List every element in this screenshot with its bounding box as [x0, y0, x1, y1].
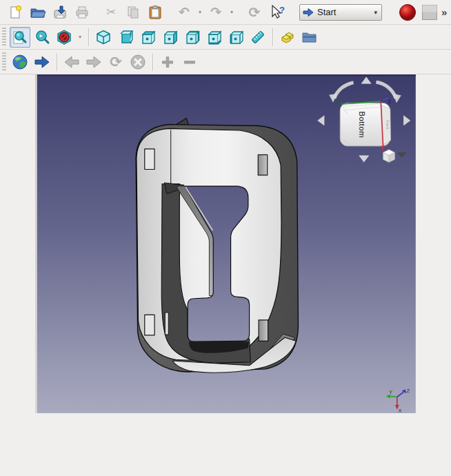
view-left-button[interactable]: [226, 27, 246, 48]
toolbar-grip[interactable]: [2, 28, 6, 47]
top-cube-icon: [139, 29, 156, 46]
scissors-icon: ✂: [106, 6, 116, 18]
view-front-button[interactable]: [115, 27, 136, 48]
stop-icon: [130, 54, 146, 70]
cad-model[interactable]: [136, 118, 298, 373]
back-arrow-icon: [63, 55, 80, 69]
separator: [57, 53, 57, 71]
caret-down-icon: ▾: [230, 9, 233, 15]
reload-button[interactable]: ⟳: [106, 52, 126, 72]
rear-cube-icon: [183, 29, 200, 46]
view-top-button[interactable]: [137, 27, 158, 48]
undo-history-dropdown[interactable]: ▾: [196, 3, 204, 22]
workbench-selected-label: Start: [317, 7, 370, 17]
print-button[interactable]: [72, 2, 92, 23]
refresh-icon: ⟳: [249, 6, 261, 19]
right-cube-icon: [161, 29, 178, 46]
toolbar-standard: ✂ ↶ ▾ ↷ ▾ ⟳: [0, 0, 451, 25]
measure-button[interactable]: [248, 27, 268, 48]
go-arrow-icon: [34, 55, 50, 69]
record-icon: [399, 3, 417, 21]
separator: [88, 28, 89, 46]
caret-down-icon: ▾: [374, 9, 377, 16]
triad-y-label: Y: [389, 389, 392, 395]
separator: [272, 28, 273, 46]
front-cube-icon: [117, 29, 134, 46]
forward-arrow-icon: [86, 55, 102, 69]
draw-style-dropdown[interactable]: ▾: [76, 28, 84, 47]
new-document-button[interactable]: [6, 2, 26, 23]
freecad-window: ✂ ↶ ▾ ↷ ▾ ⟳: [0, 0, 451, 476]
bottom-cube-icon: [206, 29, 222, 46]
model-slot-top-left: [145, 149, 154, 170]
part-workbench-button[interactable]: [277, 27, 298, 48]
fit-all-button[interactable]: [10, 27, 30, 48]
open-website-button[interactable]: [32, 52, 52, 72]
print-icon: [74, 5, 90, 20]
ruler-icon: [250, 29, 266, 46]
3d-viewport[interactable]: Y Z Bottom Front: [0, 75, 451, 476]
open-document-button[interactable]: [28, 2, 48, 23]
view-isometric-button[interactable]: [93, 27, 114, 48]
globe-icon: [12, 54, 28, 70]
caret-down-icon: ▾: [199, 9, 201, 15]
triad-z-label: Z: [407, 388, 410, 394]
save-icon: [52, 5, 68, 20]
refresh-button[interactable]: ⟳: [244, 2, 265, 23]
whats-this-button[interactable]: ?: [266, 2, 287, 23]
help-cursor-icon: ?: [268, 4, 285, 21]
model-slot-narrow: [165, 313, 168, 335]
fit-selection-button[interactable]: [32, 27, 52, 48]
viewport-top-border: [35, 75, 416, 76]
workbench-selector[interactable]: Start ▾: [299, 4, 382, 21]
copy-icon: [126, 5, 141, 20]
navcube-face-label[interactable]: Bottom: [358, 111, 366, 138]
model-slot-bottom-left: [145, 315, 154, 335]
reload-icon: ⟳: [110, 54, 122, 69]
separator: [152, 53, 153, 71]
paste-icon: [148, 5, 163, 20]
navcube-z-label: Z: [388, 99, 391, 105]
paste-button[interactable]: [145, 2, 166, 23]
draw-style-icon: [56, 29, 72, 46]
copy-button[interactable]: [123, 2, 143, 23]
open-part-library-button[interactable]: [299, 27, 320, 48]
back-button[interactable]: [61, 52, 82, 72]
save-document-button[interactable]: [50, 2, 70, 23]
toolbar-web: ⟳: [0, 50, 451, 75]
zoom-in-button[interactable]: [157, 52, 178, 72]
redo-button[interactable]: ↷: [206, 2, 226, 23]
help-question-glyph: ?: [279, 5, 285, 15]
zoom-out-button[interactable]: [179, 52, 200, 72]
redo-history-dropdown[interactable]: ▾: [228, 3, 236, 22]
view-right-button[interactable]: [159, 27, 180, 48]
macro-stop-button[interactable]: [419, 2, 440, 23]
draw-style-button[interactable]: [54, 27, 74, 48]
new-document-icon: [8, 5, 23, 20]
undo-button[interactable]: ↶: [174, 2, 194, 23]
forward-button[interactable]: [83, 52, 104, 72]
caret-down-icon: ▾: [79, 34, 81, 40]
plus-icon: [160, 54, 175, 70]
model-slot-bottom-right: [259, 320, 268, 341]
viewport-left-border: [35, 75, 37, 413]
triad-x-label: X: [399, 408, 402, 414]
navcube-side-face-label[interactable]: Front: [385, 120, 390, 129]
browser-home-button[interactable]: [10, 52, 30, 72]
stop-loading-button[interactable]: [128, 52, 148, 72]
undo-icon: ↶: [179, 6, 190, 19]
open-folder-icon: [30, 5, 46, 20]
toolbar-grip[interactable]: [2, 52, 6, 72]
3d-scene[interactable]: Y Z Bottom Front: [0, 75, 451, 476]
navcube-mini-cube[interactable]: [383, 150, 395, 163]
toolbar-view: ▾: [0, 25, 451, 50]
macro-record-button[interactable]: [397, 2, 418, 23]
left-cube-icon: [228, 29, 244, 46]
view-bottom-button[interactable]: [203, 27, 224, 48]
cut-button[interactable]: ✂: [101, 2, 121, 23]
view-rear-button[interactable]: [181, 27, 202, 48]
stop-square-icon: [421, 4, 438, 21]
workbench-arrow-icon: [303, 8, 314, 17]
toolbar-overflow-chevron[interactable]: »: [441, 6, 447, 18]
axonometric-cube-icon: [95, 29, 112, 46]
